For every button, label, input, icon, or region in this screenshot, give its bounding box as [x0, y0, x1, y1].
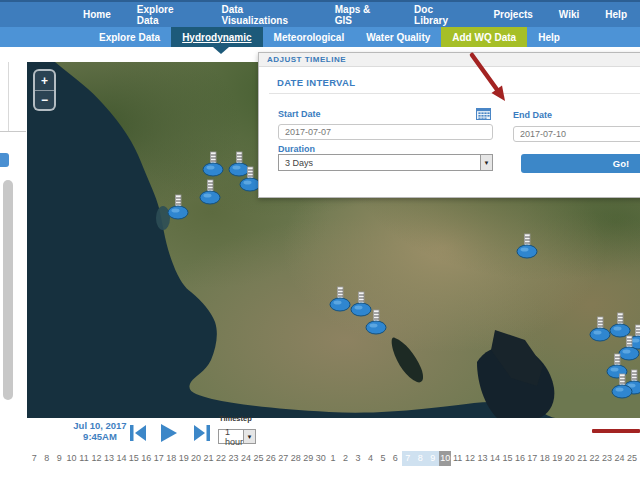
- adjust-timeline-panel: ADJUST TIMELINE DATE INTERVAL Start Date…: [258, 52, 640, 198]
- dropdown-arrow-icon: ▼: [480, 155, 492, 170]
- axis-day-8-1[interactable]: 8: [40, 451, 52, 466]
- axis-day-5-28[interactable]: 5: [377, 451, 389, 466]
- left-panel-button-fragment[interactable]: [0, 153, 9, 167]
- start-date-input[interactable]: [278, 124, 493, 140]
- axis-day-28-21[interactable]: 28: [290, 451, 302, 466]
- gauge-station-marker[interactable]: [198, 179, 222, 205]
- nav-item-doc-library[interactable]: Doc Library: [401, 4, 480, 26]
- subnav-tab-explore-data[interactable]: Explore Data: [88, 27, 171, 47]
- red-annotation-line: [592, 429, 640, 433]
- axis-day-29-22[interactable]: 29: [302, 451, 314, 466]
- step-back-button[interactable]: [126, 422, 150, 444]
- nav-item-maps-gis[interactable]: Maps & GIS: [322, 4, 401, 26]
- hydrodynamic-data-viewer: HomeExplore DataData VisualizationsMaps …: [0, 0, 640, 480]
- panel-header[interactable]: ADJUST TIMELINE: [259, 53, 640, 67]
- axis-day-17-40[interactable]: 17: [526, 451, 538, 466]
- axis-day-19-12[interactable]: 19: [177, 451, 189, 466]
- axis-day-22-15[interactable]: 22: [215, 451, 227, 466]
- start-date-label: Start Date: [278, 109, 321, 119]
- axis-day-16-39[interactable]: 16: [514, 451, 526, 466]
- axis-day-27-20[interactable]: 27: [277, 451, 289, 466]
- axis-day-30-23[interactable]: 30: [314, 451, 326, 466]
- nav-item-wiki[interactable]: Wiki: [546, 9, 592, 20]
- nav-item-help[interactable]: Help: [592, 9, 640, 20]
- nav-item-home[interactable]: Home: [70, 9, 124, 20]
- panel-body: DATE INTERVAL Start Date End Date Durati…: [259, 67, 640, 198]
- axis-day-10-3[interactable]: 10: [65, 451, 77, 466]
- axis-day-23-16[interactable]: 23: [227, 451, 239, 466]
- axis-day-25-18[interactable]: 25: [252, 451, 264, 466]
- map-zoom-control: + −: [33, 69, 56, 111]
- axis-day-21-14[interactable]: 21: [202, 451, 214, 466]
- date-interval-heading: DATE INTERVAL: [277, 77, 355, 88]
- go-button[interactable]: Go!: [521, 154, 640, 173]
- axis-day-23-46[interactable]: 23: [601, 451, 613, 466]
- gauge-station-marker[interactable]: [515, 233, 539, 259]
- axis-day-2-25[interactable]: 2: [339, 451, 351, 466]
- step-forward-button[interactable]: [190, 422, 214, 444]
- nav-item-explore-data[interactable]: Explore Data: [124, 4, 209, 26]
- axis-day-9-32[interactable]: 9: [427, 451, 439, 466]
- axis-day-12-35[interactable]: 12: [464, 451, 476, 466]
- axis-day-3-26[interactable]: 3: [352, 451, 364, 466]
- axis-day-19-42[interactable]: 19: [551, 451, 563, 466]
- axis-day-6-29[interactable]: 6: [389, 451, 401, 466]
- axis-day-22-45[interactable]: 22: [588, 451, 600, 466]
- axis-day-13-36[interactable]: 13: [476, 451, 488, 466]
- axis-day-10-33[interactable]: 10: [439, 451, 451, 466]
- axis-day-24-47[interactable]: 24: [613, 451, 625, 466]
- axis-day-11-4[interactable]: 11: [78, 451, 90, 466]
- clipped-left-panel: [0, 47, 27, 480]
- axis-day-13-6[interactable]: 13: [103, 451, 115, 466]
- axis-day-14-7[interactable]: 14: [115, 451, 127, 466]
- axis-day-7-30[interactable]: 7: [402, 451, 414, 466]
- subnav-tab-water-quality[interactable]: Water Quality: [355, 27, 441, 47]
- axis-day-17-10[interactable]: 17: [153, 451, 165, 466]
- axis-day-14-37[interactable]: 14: [489, 451, 501, 466]
- zoom-out-button[interactable]: −: [35, 90, 54, 109]
- axis-day-16-9[interactable]: 16: [140, 451, 152, 466]
- skip-start-icon: [126, 422, 150, 444]
- axis-day-15-38[interactable]: 15: [501, 451, 513, 466]
- duration-select[interactable]: 3 Days ▼: [278, 154, 493, 171]
- axis-day-15-8[interactable]: 15: [128, 451, 140, 466]
- axis-day-12-5[interactable]: 12: [90, 451, 102, 466]
- calendar-icon[interactable]: [476, 107, 491, 120]
- gauge-station-marker[interactable]: [201, 151, 225, 177]
- axis-day-4-27[interactable]: 4: [364, 451, 376, 466]
- subnav-tab-meteorological[interactable]: Meteorological: [263, 27, 356, 47]
- dropdown-arrow-icon: ▼: [243, 430, 255, 443]
- left-panel-divider: [0, 131, 26, 132]
- axis-day-20-13[interactable]: 20: [190, 451, 202, 466]
- left-panel-scrollbar[interactable]: [3, 180, 13, 400]
- axis-day-26-19[interactable]: 26: [265, 451, 277, 466]
- axis-day-7-0[interactable]: 7: [28, 451, 40, 466]
- axis-day-9-2[interactable]: 9: [53, 451, 65, 466]
- axis-day-18-41[interactable]: 18: [539, 451, 551, 466]
- nav-item-projects[interactable]: Projects: [480, 9, 545, 20]
- gauge-station-marker[interactable]: [610, 373, 634, 399]
- axis-day-25-48[interactable]: 25: [626, 451, 638, 466]
- timestep-value: 1 hour: [219, 430, 243, 443]
- nav-item-data-visualizations[interactable]: Data Visualizations: [208, 4, 321, 26]
- subnav-tab-hydrodynamic[interactable]: Hydrodynamic: [171, 27, 262, 47]
- subnav-tab-help[interactable]: Help: [527, 27, 571, 47]
- timestep-select[interactable]: 1 hour ▼: [218, 429, 256, 444]
- axis-day-21-44[interactable]: 21: [576, 451, 588, 466]
- subnav-tab-add-wq-data[interactable]: Add WQ Data: [441, 27, 527, 47]
- gauge-station-marker[interactable]: [166, 194, 190, 220]
- axis-day-24-17[interactable]: 24: [240, 451, 252, 466]
- axis-day-1-24[interactable]: 1: [327, 451, 339, 466]
- axis-day-20-43[interactable]: 20: [563, 451, 575, 466]
- axis-day-18-11[interactable]: 18: [165, 451, 177, 466]
- axis-day-8-31[interactable]: 8: [414, 451, 426, 466]
- end-date-input[interactable]: [513, 126, 640, 142]
- secondary-nav: Explore DataHydrodynamicMeteorologicalWa…: [0, 27, 640, 47]
- timestep-label: Timestep: [219, 414, 252, 423]
- axis-day-11-34[interactable]: 11: [451, 451, 463, 466]
- section-divider: [269, 93, 640, 94]
- gauge-station-marker[interactable]: [364, 309, 388, 335]
- play-icon: [156, 422, 180, 444]
- play-button[interactable]: [156, 422, 180, 444]
- zoom-in-button[interactable]: +: [35, 71, 54, 90]
